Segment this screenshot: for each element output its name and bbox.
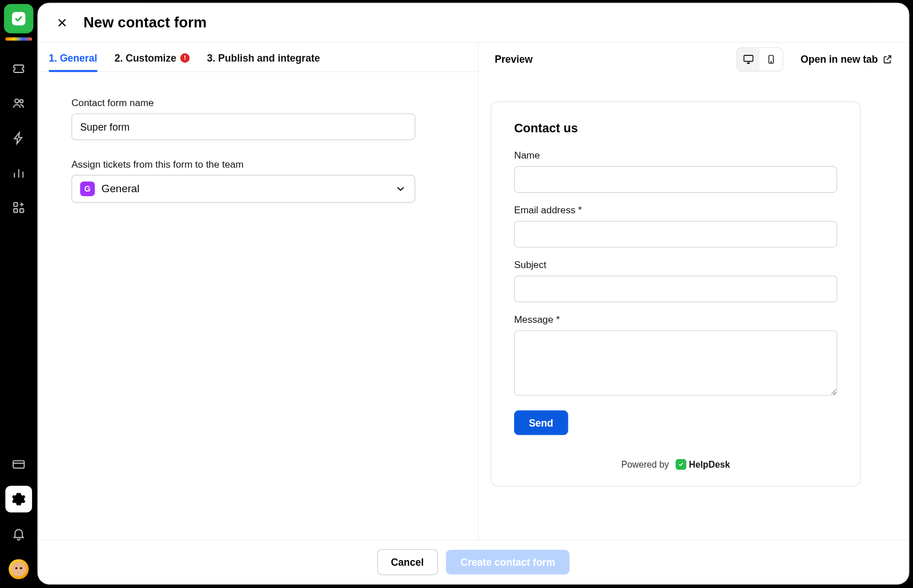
team-label: Assign tickets from this form to the tea… bbox=[71, 159, 445, 169]
powered-by: Powered by HelpDesk bbox=[514, 459, 837, 470]
preview-email-label: Email address * bbox=[514, 205, 837, 216]
nav-reports[interactable] bbox=[5, 160, 32, 186]
powered-label: Powered by bbox=[621, 460, 669, 470]
main-panel: New contact form 1. General 2. Customize… bbox=[38, 3, 910, 585]
form-name-input[interactable] bbox=[71, 113, 415, 140]
svg-rect-5 bbox=[20, 209, 23, 212]
svg-rect-7 bbox=[744, 55, 753, 62]
mobile-view-button[interactable] bbox=[760, 48, 783, 71]
preview-email-input[interactable] bbox=[514, 221, 837, 248]
close-button[interactable] bbox=[54, 15, 70, 31]
close-icon bbox=[55, 16, 68, 29]
nav-settings[interactable] bbox=[5, 486, 32, 513]
nav-apps[interactable] bbox=[5, 194, 32, 221]
alert-badge-icon: ! bbox=[180, 53, 189, 62]
open-new-tab-label: Open in new tab bbox=[801, 54, 878, 65]
step-tabs: 1. General 2. Customize ! 3. Publish and… bbox=[38, 43, 478, 72]
sidebar bbox=[0, 0, 38, 587]
footer-actions: Cancel Create contact form bbox=[38, 540, 909, 584]
svg-point-2 bbox=[20, 100, 23, 103]
tab-publish-label: 3. Publish and integrate bbox=[207, 52, 320, 63]
preview-title: Preview bbox=[495, 54, 532, 65]
preview-message-input[interactable] bbox=[514, 330, 837, 396]
form-column: 1. General 2. Customize ! 3. Publish and… bbox=[38, 43, 479, 540]
svg-point-1 bbox=[15, 99, 19, 103]
helpdesk-brand-label: HelpDesk bbox=[689, 460, 730, 470]
name-label: Contact form name bbox=[71, 98, 445, 108]
tab-general-label: 1. General bbox=[49, 52, 97, 63]
nav-notifications[interactable] bbox=[5, 521, 32, 548]
open-new-tab-link[interactable]: Open in new tab bbox=[801, 54, 892, 65]
logo-accent bbox=[5, 38, 32, 41]
helpdesk-mark-icon bbox=[676, 459, 686, 470]
nav-automation[interactable] bbox=[5, 125, 32, 152]
svg-point-9 bbox=[771, 62, 771, 62]
external-link-icon bbox=[882, 54, 893, 64]
modal-header: New contact form bbox=[38, 3, 909, 43]
team-badge: G bbox=[80, 181, 95, 196]
create-button[interactable]: Create contact form bbox=[446, 550, 569, 574]
desktop-icon bbox=[742, 53, 754, 65]
svg-rect-6 bbox=[13, 461, 24, 468]
preview-message-label: Message * bbox=[514, 314, 837, 325]
nav-billing[interactable] bbox=[5, 451, 32, 478]
preview-subject-label: Subject bbox=[514, 259, 837, 270]
device-toggle bbox=[737, 47, 783, 71]
page-title: New contact form bbox=[83, 14, 207, 31]
desktop-view-button[interactable] bbox=[737, 48, 760, 71]
user-avatar[interactable] bbox=[9, 559, 29, 579]
tab-general[interactable]: 1. General bbox=[49, 52, 97, 71]
preview-card-title: Contact us bbox=[514, 121, 837, 136]
svg-rect-4 bbox=[14, 209, 17, 212]
preview-subject-input[interactable] bbox=[514, 275, 837, 302]
helpdesk-logo[interactable]: HelpDesk bbox=[676, 459, 730, 470]
cancel-button[interactable]: Cancel bbox=[377, 549, 438, 575]
team-select[interactable]: G General bbox=[71, 175, 415, 203]
preview-name-label: Name bbox=[514, 150, 837, 161]
tab-customize[interactable]: 2. Customize ! bbox=[115, 52, 190, 71]
tab-publish[interactable]: 3. Publish and integrate bbox=[207, 52, 320, 71]
preview-column: Preview Open in new tab bbox=[479, 43, 908, 540]
svg-rect-3 bbox=[14, 202, 17, 206]
nav-people[interactable] bbox=[5, 90, 32, 117]
nav-tickets[interactable] bbox=[5, 55, 32, 82]
preview-name-input[interactable] bbox=[514, 166, 837, 193]
mobile-icon bbox=[766, 53, 777, 65]
preview-send-button[interactable]: Send bbox=[514, 411, 568, 435]
team-value: General bbox=[102, 183, 140, 195]
tab-customize-label: 2. Customize bbox=[115, 52, 176, 63]
preview-card: Contact us Name Email address * Subject bbox=[491, 102, 861, 486]
chevron-down-icon bbox=[394, 183, 406, 195]
app-logo[interactable] bbox=[4, 4, 33, 33]
